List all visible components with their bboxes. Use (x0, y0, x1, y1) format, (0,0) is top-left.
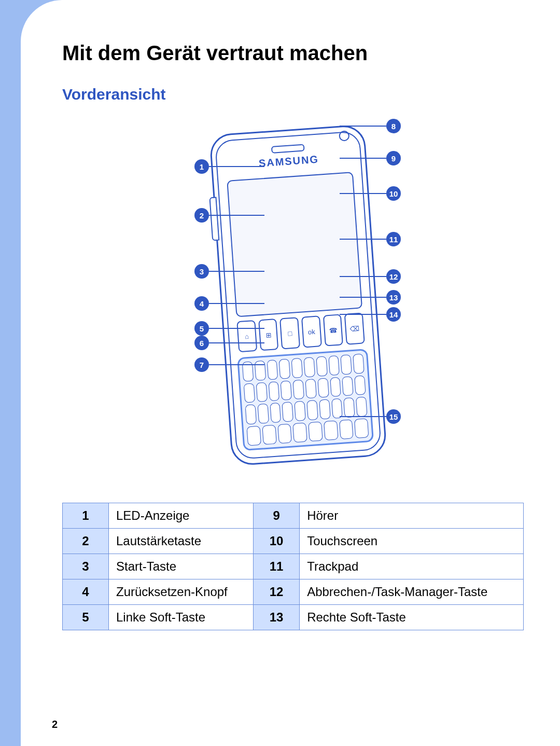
callout-bubble: 4 (194, 296, 209, 311)
table-row: 2Lautstärketaste10Touchscreen (63, 529, 524, 554)
page-number: 2 (52, 719, 58, 730)
phone-illustration: SAMSUNG ⌂⊞□ok☎⌫ (209, 124, 387, 466)
legend-number: 2 (63, 529, 109, 554)
leader-line (340, 276, 386, 277)
page-title: Mit dem Gerät vertraut machen (62, 42, 524, 65)
table-row: 1LED-Anzeige9Hörer (63, 503, 524, 529)
leader-line (209, 364, 264, 365)
legend-number: 4 (63, 579, 109, 605)
legend-label: LED-Anzeige (109, 503, 254, 529)
legend-label: Rechte Soft-Taste (300, 605, 524, 630)
diagram-container: SAMSUNG ⌂⊞□ok☎⌫ 123456789101112131415 (62, 119, 524, 482)
table-row: 4Zurücksetzen-Knopf12Abbrechen-/Task-Man… (63, 579, 524, 605)
legend-number: 5 (63, 605, 109, 630)
legend-number: 13 (254, 605, 300, 630)
nav-button-icon: ☎ (323, 314, 344, 346)
legend-label: Abbrechen-/Task-Manager-Taste (300, 579, 524, 605)
nav-button-icon: □ (279, 317, 300, 349)
leader-line (209, 166, 264, 167)
section-heading: Vorderansicht (62, 86, 524, 103)
leader-line (340, 193, 386, 194)
legend-label: Lautstärketaste (109, 529, 254, 554)
legend-label: Start-Taste (109, 554, 254, 579)
callout-bubble: 7 (194, 357, 209, 372)
table-row: 5Linke Soft-Taste13Rechte Soft-Taste (63, 605, 524, 630)
legend-number: 3 (63, 554, 109, 579)
legend-number: 1 (63, 503, 109, 529)
legend-label: Touchscreen (300, 529, 524, 554)
table-row: 3Start-Taste11Trackpad (63, 554, 524, 579)
page-card: Mit dem Gerät vertraut machen Vorderansi… (21, 0, 560, 746)
leader-line (209, 271, 264, 272)
callout-bubble: 3 (194, 264, 209, 279)
leader-line (209, 303, 264, 304)
nav-button-icon: ok (301, 315, 322, 348)
callout-bubble: 8 (386, 119, 401, 133)
callout-bubble: 15 (386, 409, 401, 424)
leader-line (209, 215, 264, 216)
legend-label: Hörer (300, 503, 524, 529)
leader-line (340, 239, 386, 240)
callout-bubble: 11 (386, 232, 401, 246)
legend-table: 1LED-Anzeige9Hörer2Lautstärketaste10Touc… (62, 503, 524, 630)
callout-bubble: 9 (386, 151, 401, 165)
leader-line (340, 297, 386, 298)
legend-label: Trackpad (300, 554, 524, 579)
leader-line (340, 126, 386, 127)
leader-line (209, 342, 264, 343)
callout-bubble: 2 (194, 208, 209, 223)
callout-bubble: 1 (194, 159, 209, 174)
legend-label: Linke Soft-Taste (109, 605, 254, 630)
leader-line (340, 158, 386, 159)
nav-button-icon: ⊞ (258, 319, 279, 351)
legend-number: 10 (254, 529, 300, 554)
nav-button-icon: ⌂ (236, 320, 257, 352)
legend-label: Zurücksetzen-Knopf (109, 579, 254, 605)
callout-bubble: 5 (194, 321, 209, 336)
leader-line (340, 416, 386, 417)
legend-number: 12 (254, 579, 300, 605)
legend-number: 11 (254, 554, 300, 579)
leader-line (340, 314, 386, 315)
nav-button-icon: ⌫ (344, 312, 365, 344)
callout-bubble: 12 (386, 269, 401, 284)
leader-line (209, 328, 264, 329)
legend-number: 9 (254, 503, 300, 529)
phone-diagram: SAMSUNG ⌂⊞□ok☎⌫ 123456789101112131415 (137, 119, 449, 482)
callout-bubble: 13 (386, 290, 401, 305)
callout-bubble: 10 (386, 186, 401, 201)
document-page: Mit dem Gerät vertraut machen Vorderansi… (0, 0, 560, 746)
callout-bubble: 14 (386, 307, 401, 322)
callout-bubble: 6 (194, 336, 209, 350)
